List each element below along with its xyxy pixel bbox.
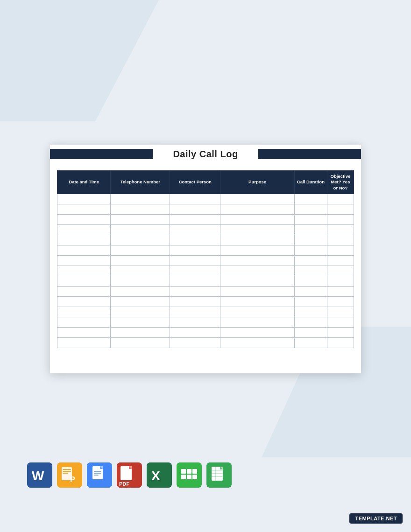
table-cell [57,276,111,287]
table-cell [57,204,111,215]
table-cell [111,235,170,245]
numbers-icon-svg [177,462,202,488]
table-row [57,266,354,276]
table-cell [294,256,327,266]
numbers-icon[interactable] [177,462,202,488]
table-cell [294,225,327,235]
table-cell [327,287,354,297]
excel-icon-svg: X [147,462,172,488]
header-stripe-right [258,149,361,159]
pdf-icon-svg: PDF [117,462,142,488]
table-row [57,307,354,317]
table-cell [57,328,111,338]
svg-text:X: X [151,469,160,483]
pages-icon[interactable]: P [57,462,82,488]
table-cell [327,245,354,256]
table-cell [170,215,220,225]
table-row [57,256,354,266]
svg-rect-20 [187,469,191,474]
doc-title: Daily Call Log [153,149,258,160]
document-preview: Daily Call Log Date and Time Telephone N… [50,145,361,373]
table-row [57,194,354,204]
table-cell [170,256,220,266]
table-cell [294,328,327,338]
gdocs-icon-svg [87,462,112,488]
svg-text:P: P [70,476,75,483]
table-cell [170,338,220,348]
table-cell [57,225,111,235]
col-telephone: Telephone Number [111,171,170,194]
svg-text:W: W [32,469,44,483]
table-cell [294,338,327,348]
col-duration: Call Duration [294,171,327,194]
table-cell [57,194,111,204]
table-body [57,194,354,348]
table-cell [170,204,220,215]
svg-rect-19 [181,469,186,474]
table-cell [57,317,111,328]
table-cell [111,276,170,287]
table-cell [170,235,220,245]
svg-rect-4 [63,469,71,470]
table-row [57,338,354,348]
table-cell [111,194,170,204]
table-cell [294,215,327,225]
table-cell [294,317,327,328]
svg-rect-10 [94,471,101,472]
table-cell [327,317,354,328]
table-cell [111,297,170,307]
svg-rect-23 [187,475,191,479]
col-date-time: Date and Time [57,171,111,194]
table-cell [111,266,170,276]
table-cell [57,245,111,256]
table-cell [294,276,327,287]
table-cell [220,235,295,245]
col-objective: Objective Met? Yes or No? [327,171,354,194]
table-cell [170,225,220,235]
table-cell [294,204,327,215]
table-cell [170,328,220,338]
excel-icon[interactable]: X [147,462,172,488]
google-docs-icon[interactable] [87,462,112,488]
word-icon-svg: W [27,462,52,488]
table-cell [57,235,111,245]
table-cell [294,235,327,245]
table-cell [170,276,220,287]
table-cell [170,287,220,297]
table-cell [327,276,354,287]
col-purpose: Purpose [220,171,295,194]
doc-header: Daily Call Log [50,145,361,163]
table-cell [220,266,295,276]
table-cell [170,307,220,317]
table-cell [220,194,295,204]
table-row [57,204,354,215]
table-cell [294,297,327,307]
table-cell [170,317,220,328]
table-row [57,225,354,235]
svg-rect-11 [94,473,101,474]
table-row [57,276,354,287]
gsheets-icon-svg [206,462,232,488]
google-sheets-icon[interactable] [206,462,232,488]
table-cell [327,204,354,215]
table-row [57,317,354,328]
table-cell [327,225,354,235]
pdf-icon[interactable]: PDF [117,462,142,488]
table-cell [220,297,295,307]
svg-rect-5 [63,471,71,472]
table-cell [327,235,354,245]
table-cell [111,225,170,235]
table-cell [220,276,295,287]
table-cell [111,245,170,256]
svg-rect-21 [192,469,197,474]
table-cell [327,194,354,204]
table-row [57,235,354,245]
table-cell [294,307,327,317]
table-header-row: Date and Time Telephone Number Contact P… [57,171,354,194]
word-icon[interactable]: W [27,462,52,488]
table-cell [170,245,220,256]
table-cell [294,266,327,276]
table-cell [220,204,295,215]
table-cell [220,338,295,348]
table-cell [327,307,354,317]
